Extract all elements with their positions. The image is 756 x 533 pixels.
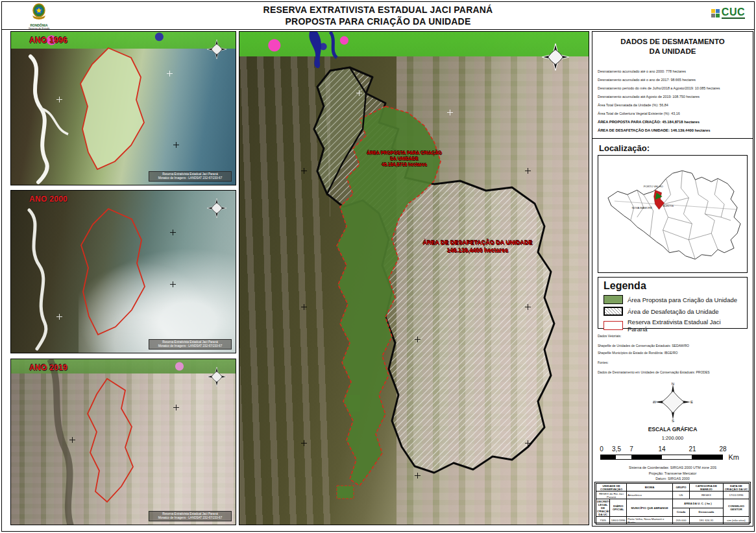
table-header: MUNICÍPIO QUE ABRANGE	[627, 499, 673, 517]
label-proposta-line2: DA UNIDADE	[355, 156, 454, 161]
table-header: CATEGORIA DE MANEJO	[689, 484, 723, 492]
table-header: DATA DE CRIAÇÃO DA UC	[723, 484, 749, 492]
submap-2000-caption: Reserva Extrativista Estadual Jaci Paran…	[149, 339, 232, 349]
table-cell: RESEX	[689, 492, 723, 499]
table-subheader: Criada	[672, 508, 689, 517]
data-panel-title-line1: DADOS DE DESMATAMENTO	[620, 38, 724, 45]
legend-swatch-reserve-icon	[604, 321, 623, 330]
page-title-line2: PROPOSTA PARA CRIAÇÃO DA UNIDADE	[2, 16, 754, 28]
submap-1996-overlay	[11, 32, 236, 185]
data-panel-stats: Desmatamento acumulado até o ano 2000: 7…	[598, 69, 750, 137]
table-cell: Amazônico	[627, 492, 673, 499]
crs-line: Sistema de Coordenadas: SIRGAS 2000 UTM …	[592, 465, 753, 471]
table-cell: 17/01/1996	[723, 492, 749, 499]
year-label-2000: ANO 2000	[29, 195, 67, 204]
table-cell: 7335	[596, 517, 610, 525]
year-label-2019: ANO 2019	[29, 363, 67, 372]
submap-2019-caption: Reserva Extrativista Estadual Jaci Paran…	[149, 511, 232, 521]
compass-n: N	[671, 382, 674, 386]
cuc-logo-text: CUC	[722, 7, 745, 19]
compass-rose: N S E W	[653, 382, 693, 425]
year-label-1996: ANO 1996	[29, 36, 67, 45]
source-line: Shapefile Municípios do Estado de Rondôn…	[598, 351, 749, 355]
source-line: Dados de Desmatamento em Unidades de Con…	[598, 370, 749, 374]
table-header: CONSELHO GESTOR	[723, 499, 749, 517]
stat-line: Desmatamento acumulado até Agosto de 201…	[598, 95, 750, 99]
localizacao-map: PORTO VELHO NOVA MAMORÉ BURITIS	[598, 155, 748, 273]
table-header: ÁREA DA U. C. ( ha )	[672, 499, 723, 508]
table-header: UNIDADE DE CONSERVAÇÃO	[596, 484, 627, 492]
submap-2000-overlay	[11, 191, 236, 353]
data-panel-title-line2: DA UNIDADE	[650, 47, 696, 55]
crs-info: Sistema de Coordenadas: SIRGAS 2000 UTM …	[592, 465, 753, 482]
compass-icon	[542, 43, 569, 73]
table-cell: 205.000	[672, 517, 689, 525]
scale-bar-segments	[600, 455, 723, 460]
localizacao-title: Localização:	[599, 143, 650, 153]
table-cell: 18/01/1996	[610, 517, 627, 525]
table-header: DECRETO LEGAL DE CRIAÇÃO DA UC	[596, 499, 610, 517]
page-title-line1: RESERVA EXTRATIVISTA ESTADUAL JACI PARAN…	[2, 5, 754, 16]
compass-icon	[207, 367, 226, 389]
scale-tick: 0	[600, 445, 604, 453]
legend-swatch-proposed-icon	[604, 295, 623, 304]
legend-item-label: Área Proposta para Criação da Unidade	[628, 296, 737, 303]
scale-tick: 3,5	[612, 445, 621, 453]
dados-vetoriais-title: Dados Vetoriais:	[598, 334, 749, 338]
label-desafetacao-line1: ÁREA DE DESAFETAÇÃO DA UNIDADE	[403, 239, 552, 247]
legend-swatch-hatch-icon	[604, 307, 623, 316]
gov-logo-subtitle: Governo do Estado	[16, 27, 62, 30]
legend-item: Reserva Extrativista Estadual Jaci Paran…	[604, 318, 742, 333]
submap-2000: ANO 2000 Reserva Extrativista Estadual J…	[10, 190, 236, 353]
rondonia-state-map: PORTO VELHO NOVA MAMORÉ BURITIS	[598, 156, 747, 272]
stat-line-bold: ÁREA PROPOSTA PARA CRIAÇÃO: 45.184,8718 …	[598, 120, 750, 124]
caption-line2: Mosaico de Imagens - LANDSAT 232-67/233-…	[151, 176, 230, 180]
main-map: ÁREA PROPOSTA PARA CRIAÇÃO DA UNIDADE 45…	[239, 31, 589, 525]
table-cell: US	[672, 492, 689, 499]
legend-item: Área Proposta para Criação da Unidade	[604, 295, 742, 304]
compass-e: E	[690, 400, 692, 404]
legend: Legenda Área Proposta para Criação da Un…	[598, 277, 748, 329]
label-desafetacao-line2: 146.139,4400 hectares	[403, 247, 552, 255]
submap-2019: ANO 2019 Reserva Extrativista Estadual J…	[10, 359, 236, 525]
label-area-desafetacao: ÁREA DE DESAFETAÇÃO DA UNIDADE 146.139,4…	[403, 239, 552, 254]
compass-icon	[207, 40, 226, 62]
label-area-proposta: ÁREA PROPOSTA PARA CRIAÇÃO DA UNIDADE 45…	[355, 150, 454, 167]
page-title: RESERVA EXTRATIVISTA ESTADUAL JACI PARAN…	[2, 5, 754, 27]
source-line: Shapefile de Unidades de Conservação Est…	[598, 344, 749, 348]
label-porto-velho: PORTO VELHO	[644, 185, 664, 188]
submap-1996: ANO 1996 Reserva Extrativista Estadual J…	[10, 31, 236, 185]
caption-line1: Reserva Extrativista Estadual Jaci Paran…	[151, 172, 230, 176]
scale-unit: Km	[729, 453, 740, 461]
caption-line1: Reserva Extrativista Estadual Jaci Paran…	[151, 340, 230, 344]
fontes-title: Fontes:	[598, 361, 749, 364]
stat-line: Desmatamento acumulado até o ano de 2017…	[598, 78, 750, 82]
cuc-logo: CUC	[711, 7, 745, 19]
legend-title: Legenda	[604, 280, 742, 292]
scale-tick: 14	[658, 445, 665, 453]
cuc-squares-icon	[711, 9, 720, 18]
label-proposta-line3: 45.184,8718 hectares	[355, 161, 454, 167]
table-header: BIOMA	[627, 484, 673, 492]
stat-line: Área Total de Cobertura Vegetal Existent…	[598, 112, 750, 115]
scale-tick: 21	[689, 445, 696, 453]
legend-item: Área de Desafetação da Unidade	[604, 307, 742, 316]
header: RONDÔNIA Governo do Estado RESERVA EXTRA…	[2, 2, 754, 30]
table-cell: RESEX do Rio Jaci Paraná	[596, 492, 627, 499]
caption-line1: Reserva Extrativista Estadual Jaci Paran…	[151, 512, 230, 516]
scale-tick: 28	[719, 445, 726, 453]
table-cell: 191.324,31	[689, 517, 723, 525]
caption-line2: Mosaico de Imagens - LANDSAT 232-67/233-…	[151, 344, 230, 348]
submap-1996-caption: Reserva Extrativista Estadual Jaci Paran…	[149, 171, 232, 182]
caption-line2: Mosaico de Imagens - LANDSAT 232-67/233-…	[151, 516, 230, 520]
table-header: GRUPO	[672, 484, 689, 492]
scale-bar: 0 3,5 7 14 21 28 Km	[600, 445, 737, 465]
label-buritis: BURITIS	[663, 204, 674, 207]
submap-2019-overlay	[11, 359, 236, 525]
uc-info-table: UNIDADE DE CONSERVAÇÃO BIOMA GRUPO CATEG…	[594, 482, 751, 523]
compass-icon	[207, 198, 226, 220]
legend-item-label: Reserva Extrativista Estadual Jaci Paran…	[628, 318, 742, 333]
sources: Dados Vetoriais: Shapefile de Unidades d…	[598, 334, 749, 377]
table-cell: Porto Velho, Nova Mamoré e Buritis	[627, 517, 673, 525]
crs-line: Projeção: Transverse Mercator	[592, 471, 753, 477]
